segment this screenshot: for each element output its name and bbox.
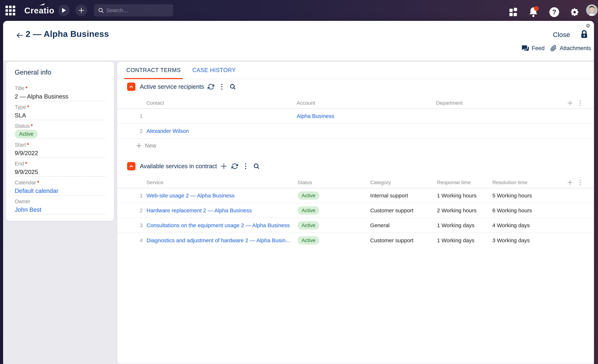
resolution-time-cell: 3 Working days — [492, 237, 530, 243]
paperclip-icon — [550, 45, 557, 52]
recipients-table-header: Contact Account Department — [117, 98, 594, 109]
field-calendar[interactable]: Calendar* Default calendar — [15, 177, 105, 196]
close-button[interactable]: Close — [553, 31, 570, 39]
attachments-button[interactable]: Attachments — [550, 44, 591, 52]
recipient-row[interactable]: 2 Alexander Wilson — [117, 124, 594, 139]
service-row[interactable]: 1 Web-site usage 2 — Alpha Business Acti… — [117, 188, 594, 203]
required-marker: * — [25, 161, 27, 167]
column-header-resolution-time[interactable]: Resolution time — [492, 180, 527, 186]
row-number: 3 — [135, 222, 143, 228]
workplaces-button[interactable] — [508, 7, 519, 18]
field-end[interactable]: End* 9/9/2025 — [15, 158, 105, 177]
field-value: SLA — [15, 112, 105, 119]
recipients-section-header: Active service recipients — [127, 82, 237, 91]
field-label: End* — [15, 161, 105, 167]
category-cell: Customer support — [370, 237, 413, 243]
field-owner[interactable]: Owner John Best — [15, 196, 105, 214]
recipients-add-column-button[interactable] — [567, 100, 573, 106]
run-process-button[interactable] — [58, 5, 70, 16]
column-header-category[interactable]: Category — [370, 180, 391, 186]
collapse-recipients-button[interactable] — [127, 82, 135, 91]
app-launcher-button[interactable] — [5, 5, 16, 16]
collapse-services-button[interactable] — [127, 162, 135, 170]
category-cell: General — [370, 222, 390, 228]
row-number: 2 — [135, 128, 143, 134]
field-start[interactable]: Start* 9/9/2022 — [15, 139, 105, 158]
required-marker: * — [27, 142, 29, 148]
back-arrow-icon — [16, 31, 24, 39]
services-add-button[interactable] — [220, 162, 228, 170]
plus-icon — [136, 143, 141, 148]
search-input[interactable] — [106, 8, 166, 13]
service-link[interactable]: Web-site usage 2 — Alpha Business — [147, 193, 234, 199]
services-refresh-button[interactable] — [231, 162, 239, 170]
collapse-chevron-icon — [129, 164, 134, 169]
resolution-time-cell: 5 Working hours — [492, 193, 532, 199]
creatio-logo: Creatio — [24, 5, 54, 16]
settings-button[interactable] — [569, 7, 580, 18]
main-content-panel: CONTRACT TERMS CASE HISTORY Active servi… — [117, 62, 594, 364]
page-title: 2 — Alpha Business — [25, 29, 109, 39]
service-row[interactable]: 3 Consultations on the equipment usage 2… — [117, 218, 594, 233]
search-icon — [230, 83, 236, 90]
recipients-refresh-button[interactable] — [207, 83, 215, 91]
status-badge: Active — [298, 236, 319, 245]
column-header-account[interactable]: Account — [297, 100, 315, 106]
service-row[interactable]: 4 Diagnostics and adjustment of hardware… — [117, 233, 594, 248]
plus-icon — [221, 163, 227, 169]
field-label: Title* — [15, 85, 105, 91]
required-marker: * — [31, 123, 33, 129]
svg-text:?: ? — [552, 8, 556, 16]
recipients-search-button[interactable] — [229, 83, 237, 91]
back-button[interactable] — [15, 31, 25, 40]
calendar-link[interactable]: Default calendar — [15, 187, 105, 194]
field-label: Calendar* — [15, 180, 105, 186]
services-add-column-button[interactable] — [567, 180, 573, 186]
notifications-button[interactable] — [528, 6, 539, 18]
status-badge: Active — [15, 130, 38, 138]
field-title[interactable]: Title* 2 — Alpha Business — [15, 82, 105, 101]
column-header-status[interactable]: Status — [298, 180, 312, 186]
lock-record-button[interactable] — [580, 30, 589, 39]
page-settings-gear-icon[interactable] — [585, 23, 591, 28]
field-type[interactable]: Type* SLA — [15, 101, 105, 120]
global-search — [94, 4, 173, 16]
row-number: 1 — [135, 113, 143, 119]
tab-case-history[interactable]: CASE HISTORY — [192, 62, 236, 79]
search-icon — [98, 8, 104, 13]
help-icon: ? — [549, 7, 560, 18]
field-label: Status* — [15, 123, 105, 129]
quick-add-button[interactable] — [75, 5, 87, 16]
recipients-menu-button[interactable] — [218, 83, 226, 91]
tab-contract-terms[interactable]: CONTRACT TERMS — [126, 62, 181, 79]
service-link[interactable]: Diagnostics and adjustment of hardware 2… — [147, 237, 290, 243]
service-link[interactable]: Consultations on the equipment usage 2 —… — [147, 222, 290, 228]
services-section-title: Available services in contract — [140, 163, 217, 170]
recipient-row[interactable]: 1 Alpha Business — [117, 109, 594, 124]
services-search-button[interactable] — [253, 162, 260, 170]
service-row[interactable]: 2 Hardware replacement 2 — Alpha Busines… — [117, 203, 594, 218]
status-badge: Active — [298, 191, 319, 200]
column-header-response-time[interactable]: Response time — [437, 180, 471, 186]
services-table-menu-button[interactable] — [580, 180, 581, 186]
feed-button[interactable]: Feed — [522, 44, 545, 52]
field-status[interactable]: Status* Active — [15, 120, 105, 139]
owner-link[interactable]: John Best — [15, 206, 105, 213]
category-cell: Internal support — [370, 193, 408, 199]
refresh-icon — [208, 83, 214, 90]
services-menu-button[interactable] — [242, 162, 250, 170]
recipients-table-menu-button[interactable] — [580, 100, 581, 106]
service-link[interactable]: Hardware replacement 2 — Alpha Business — [147, 207, 252, 214]
help-button[interactable]: ? — [549, 7, 560, 18]
column-header-contact[interactable]: Contact — [147, 100, 164, 106]
column-header-department[interactable]: Department — [436, 100, 463, 106]
top-bar: Creatio — [0, 0, 598, 21]
recipients-section-title: Active service recipients — [140, 83, 204, 90]
contact-link[interactable]: Alexander Wilson — [147, 128, 189, 134]
column-header-service[interactable]: Service — [147, 180, 163, 186]
user-avatar[interactable] — [586, 4, 598, 16]
add-recipient-button[interactable]: New — [117, 139, 594, 153]
required-marker: * — [25, 85, 28, 91]
account-link[interactable]: Alpha Business — [297, 113, 334, 119]
services-table: Service Status Category Response time Re… — [117, 177, 594, 248]
